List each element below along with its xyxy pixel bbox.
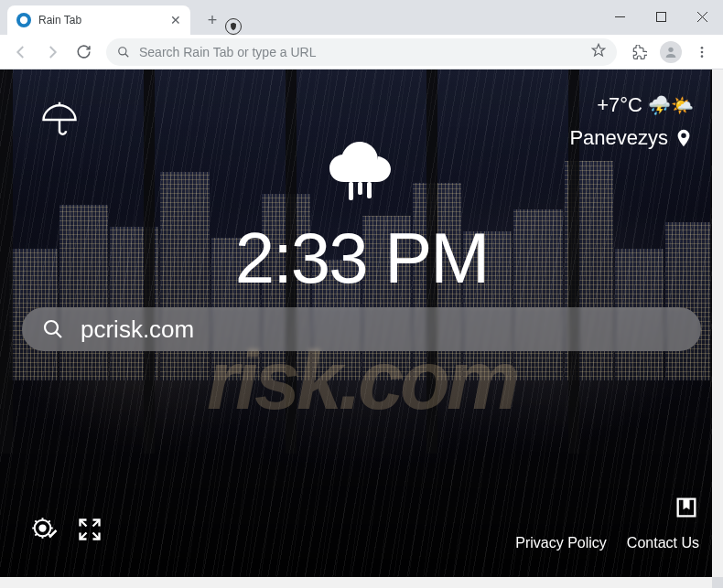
svg-point-7 [701,55,704,58]
new-tab-button[interactable]: + [200,7,225,33]
tab-favicon-icon [16,13,31,27]
vertical-scrollbar[interactable] [712,69,723,577]
footer-links: Privacy Policy Contact Us [515,535,699,551]
nav-forward-button[interactable] [38,38,66,66]
extensions-button[interactable] [626,38,653,66]
window-minimize-button[interactable] [599,2,641,31]
tab-close-button[interactable]: ✕ [170,13,181,27]
omnibox[interactable]: Search Rain Tab or type a URL [106,38,617,66]
privacy-policy-link[interactable]: Privacy Policy [515,535,607,551]
svg-point-5 [701,47,704,49]
svg-point-3 [119,47,126,54]
main-search-bar[interactable] [22,307,701,351]
bottom-left-controls [31,517,103,548]
svg-point-13 [39,525,45,530]
nav-back-button[interactable] [7,38,35,66]
window-maximize-button[interactable] [641,2,682,31]
weather-temperature: +7°C [597,93,642,117]
svg-point-11 [45,321,58,334]
svg-rect-10 [367,182,372,198]
svg-point-0 [20,16,27,24]
nav-reload-button[interactable] [70,38,97,66]
contact-us-link[interactable]: Contact Us [627,535,699,551]
security-badge-icon[interactable] [225,18,242,35]
menu-button[interactable] [688,38,716,66]
tab-title: Rain Tab [38,14,163,27]
search-icon [117,46,130,59]
browser-toolbar: Search Rain Tab or type a URL [0,35,723,69]
omnibox-placeholder: Search Rain Tab or type a URL [139,45,582,59]
window-close-button[interactable] [682,2,723,31]
window-controls [599,2,723,31]
settings-button[interactable] [31,517,59,548]
bookmarks-icon[interactable] [674,495,699,524]
main-search-input[interactable] [81,315,681,344]
bottom-right-controls: Privacy Policy Contact Us [515,495,699,551]
rain-cloud-icon [325,138,398,208]
svg-rect-9 [358,182,362,195]
svg-rect-8 [349,182,353,200]
center-widget: 2:33 PM [0,138,723,300]
weather-condition-icon: ⛈️🌤️ [648,94,694,116]
bookmark-star-icon[interactable] [591,43,606,61]
horizontal-scrollbar[interactable] [0,577,712,588]
clock-time: 2:33 PM [235,217,488,300]
svg-rect-1 [615,16,625,17]
page-content: risk.com +7°C ⛈️🌤️ Panevezys 2:3 [0,69,723,577]
search-icon [42,318,64,340]
fullscreen-button[interactable] [77,517,103,548]
svg-point-6 [701,50,704,53]
svg-point-4 [668,47,673,51]
profile-button[interactable] [657,38,685,66]
svg-rect-2 [657,12,666,21]
umbrella-icon[interactable] [40,101,79,143]
browser-titlebar: Rain Tab ✕ + [0,0,723,35]
browser-tab[interactable]: Rain Tab ✕ [7,5,190,35]
scroll-corner [712,577,723,588]
